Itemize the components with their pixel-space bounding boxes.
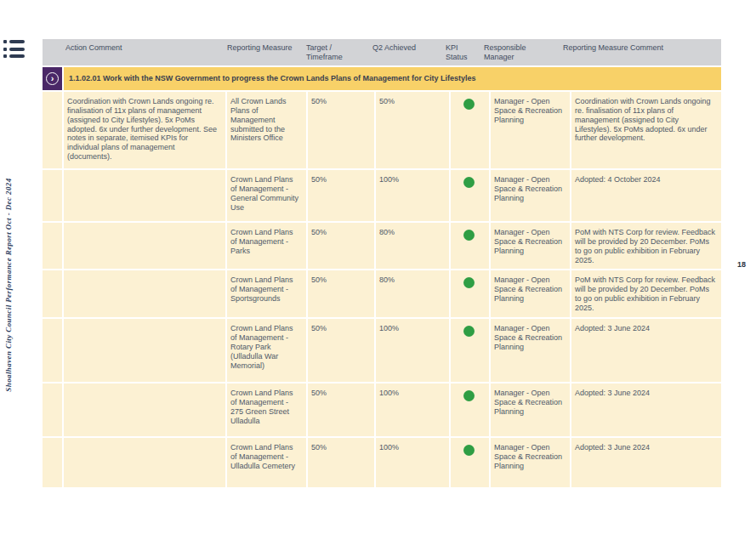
target-cell: 50% bbox=[308, 270, 374, 317]
q2-achieved-cell: 80% bbox=[376, 223, 449, 270]
row-stub bbox=[43, 170, 62, 221]
chevron-right-icon[interactable]: › bbox=[46, 72, 59, 85]
table-header-row: Action Comment Reporting Measure Target … bbox=[43, 39, 721, 65]
performance-table: Action Comment Reporting Measure Target … bbox=[43, 39, 721, 487]
kpi-status-dot bbox=[463, 99, 475, 110]
header-target-timeframe: Target / Timeframe bbox=[303, 39, 369, 65]
reporting-measure-comment-cell: Adopted: 3 June 2024 bbox=[571, 319, 721, 382]
responsible-manager-cell: Manager - Open Space & Recreation Planni… bbox=[491, 270, 570, 317]
kpi-status-cell bbox=[451, 223, 489, 270]
q2-achieved-cell: 100% bbox=[376, 170, 449, 221]
list-icon-line bbox=[3, 54, 26, 58]
q2-achieved-cell: 100% bbox=[376, 438, 449, 487]
kpi-status-dot bbox=[463, 445, 475, 456]
header-action-comment: Action Comment bbox=[62, 39, 224, 65]
table-row: Crown Land Plans of Management - General… bbox=[43, 170, 721, 221]
page-number: 18 bbox=[737, 260, 746, 269]
header-spacer bbox=[43, 39, 62, 65]
kpi-status-cell bbox=[451, 92, 489, 168]
reporting-measure-cell: Crown Land Plans of Management - General… bbox=[227, 170, 306, 221]
kpi-status-dot bbox=[463, 177, 475, 188]
reporting-measure-cell: All Crown Lands Plans of Management subm… bbox=[227, 92, 306, 168]
action-comment-cell bbox=[64, 270, 225, 317]
q2-achieved-cell: 80% bbox=[376, 270, 449, 317]
target-cell: 50% bbox=[308, 438, 374, 487]
header-reporting-measure: Reporting Measure bbox=[224, 39, 303, 65]
table-row: Crown Land Plans of Management - Parks 5… bbox=[43, 223, 721, 270]
action-comment-cell: Coordination with Crown Lands ongoing re… bbox=[64, 92, 225, 168]
kpi-status-dot bbox=[463, 277, 475, 288]
action-comment-cell bbox=[64, 438, 225, 487]
table-row: Crown Land Plans of Management - Sportsg… bbox=[43, 270, 721, 317]
q2-achieved-cell: 50% bbox=[376, 92, 449, 168]
responsible-manager-cell: Manager - Open Space & Recreation Planni… bbox=[491, 383, 570, 436]
header-q2-achieved: Q2 Achieved bbox=[369, 39, 442, 65]
action-comment-cell bbox=[64, 223, 225, 270]
action-banner-text: 1.1.02.01 Work with the NSW Government t… bbox=[64, 67, 721, 90]
table-row: Coordination with Crown Lands ongoing re… bbox=[43, 92, 721, 168]
sidebar: Shoalhaven City Council Performance Repo… bbox=[0, 136, 17, 434]
row-stub bbox=[43, 319, 62, 382]
row-stub bbox=[43, 92, 62, 168]
kpi-status-dot bbox=[463, 326, 475, 337]
row-stub bbox=[43, 438, 62, 487]
reporting-measure-comment-cell: Coordination with Crown Lands ongoing re… bbox=[571, 92, 721, 168]
row-stub bbox=[43, 383, 62, 436]
target-cell: 50% bbox=[308, 170, 374, 221]
kpi-status-cell bbox=[451, 319, 489, 382]
action-comment-cell bbox=[64, 319, 225, 382]
row-stub bbox=[43, 223, 62, 270]
header-responsible-manager: Responsible Manager bbox=[480, 39, 560, 65]
action-banner-row: › 1.1.02.01 Work with the NSW Government… bbox=[43, 67, 721, 90]
target-cell: 50% bbox=[308, 223, 374, 270]
reporting-measure-cell: Crown Land Plans of Management - Parks bbox=[227, 223, 306, 270]
list-icon-line bbox=[3, 48, 26, 51]
reporting-measure-cell: Crown Land Plans of Management - Sportsg… bbox=[227, 270, 306, 317]
action-comment-cell bbox=[64, 170, 225, 221]
table-row: Crown Land Plans of Management - 275 Gre… bbox=[43, 383, 721, 436]
target-cell: 50% bbox=[308, 92, 374, 168]
kpi-status-cell bbox=[451, 170, 489, 221]
reporting-measure-comment-cell: Adopted: 3 June 2024 bbox=[571, 438, 721, 487]
list-icon-line bbox=[3, 40, 26, 43]
q2-achieved-cell: 100% bbox=[376, 319, 449, 382]
kpi-status-dot bbox=[463, 390, 475, 401]
table-row: Crown Land Plans of Management - Rotary … bbox=[43, 319, 721, 382]
action-comment-cell bbox=[64, 383, 225, 436]
responsible-manager-cell: Manager - Open Space & Recreation Planni… bbox=[491, 170, 570, 221]
reporting-measure-cell: Crown Land Plans of Management - Ulladul… bbox=[227, 438, 306, 487]
reporting-measure-comment-cell: Adopted: 3 June 2024 bbox=[571, 383, 721, 436]
report-title-vertical: Shoalhaven City Council Performance Repo… bbox=[4, 178, 13, 391]
responsible-manager-cell: Manager - Open Space & Recreation Planni… bbox=[491, 319, 570, 382]
kpi-status-cell bbox=[451, 438, 489, 487]
q2-achieved-cell: 100% bbox=[376, 383, 449, 436]
responsible-manager-cell: Manager - Open Space & Recreation Planni… bbox=[491, 438, 570, 487]
list-icon[interactable] bbox=[3, 40, 26, 58]
target-cell: 50% bbox=[308, 383, 374, 436]
kpi-status-cell bbox=[451, 383, 489, 436]
responsible-manager-cell: Manager - Open Space & Recreation Planni… bbox=[491, 223, 570, 270]
table-row: Crown Land Plans of Management - Ulladul… bbox=[43, 438, 721, 487]
header-reporting-measure-comment: Reporting Measure Comment bbox=[560, 39, 721, 65]
row-stub bbox=[43, 270, 62, 317]
reporting-measure-comment-cell: Adopted: 4 October 2024 bbox=[571, 170, 721, 221]
reporting-measure-cell: Crown Land Plans of Management - 275 Gre… bbox=[227, 383, 306, 436]
reporting-measure-cell: Crown Land Plans of Management - Rotary … bbox=[227, 319, 306, 382]
kpi-status-dot bbox=[463, 230, 475, 241]
header-kpi-status: KPI Status bbox=[442, 39, 480, 65]
kpi-status-cell bbox=[451, 270, 489, 317]
reporting-measure-comment-cell: PoM with NTS Corp for review. Feedback w… bbox=[571, 223, 721, 270]
responsible-manager-cell: Manager - Open Space & Recreation Planni… bbox=[491, 92, 570, 168]
banner-tab: › bbox=[43, 67, 62, 90]
reporting-measure-comment-cell: PoM with NTS Corp for review. Feedback w… bbox=[571, 270, 721, 317]
target-cell: 50% bbox=[308, 319, 374, 382]
